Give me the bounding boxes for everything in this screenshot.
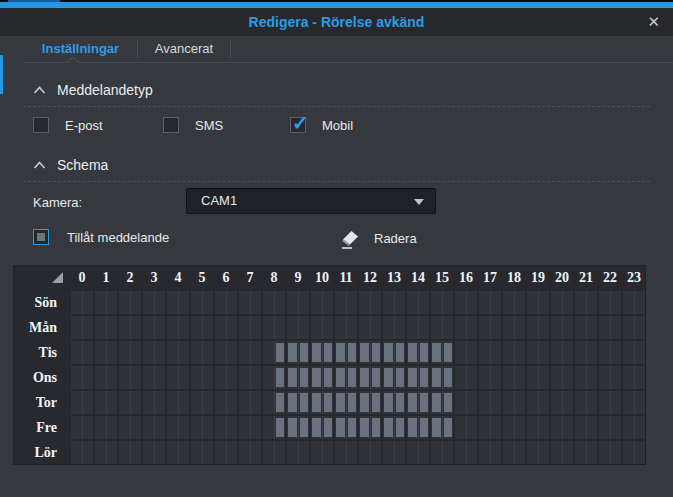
grid-hour-header[interactable]: 19	[527, 266, 549, 289]
schedule-cell[interactable]	[311, 391, 323, 414]
schedule-cell[interactable]	[407, 441, 419, 464]
grid-corner-cell[interactable]	[14, 266, 69, 289]
schedule-cell[interactable]	[551, 366, 563, 389]
schedule-cell[interactable]	[119, 316, 131, 339]
schedule-cell[interactable]	[539, 316, 550, 339]
schedule-cell[interactable]	[239, 391, 251, 414]
schedule-cell[interactable]	[299, 316, 310, 339]
schedule-cell[interactable]	[155, 416, 166, 439]
schedule-cell[interactable]	[419, 316, 430, 339]
schedule-cell[interactable]	[299, 341, 310, 364]
schedule-cell[interactable]	[119, 391, 131, 414]
schedule-cell[interactable]	[167, 391, 179, 414]
schedule-cell[interactable]	[179, 416, 190, 439]
schedule-cell[interactable]	[419, 441, 430, 464]
schedule-cell[interactable]	[179, 291, 190, 314]
schedule-cell[interactable]	[191, 291, 203, 314]
schedule-cell[interactable]	[347, 316, 358, 339]
schedule-cell[interactable]	[71, 316, 83, 339]
schedule-cell[interactable]	[95, 391, 107, 414]
schedule-cell[interactable]	[203, 291, 214, 314]
schedule-cell[interactable]	[287, 441, 299, 464]
schedule-cell[interactable]	[635, 366, 646, 389]
grid-hour-header[interactable]: 7	[239, 266, 261, 289]
schedule-cell[interactable]	[599, 341, 611, 364]
schedule-cell[interactable]	[515, 366, 526, 389]
schedule-cell[interactable]	[383, 366, 395, 389]
schedule-cell[interactable]	[179, 441, 190, 464]
schedule-cell[interactable]	[359, 341, 371, 364]
schedule-cell[interactable]	[155, 341, 166, 364]
schedule-cell[interactable]	[275, 316, 286, 339]
schedule-cell[interactable]	[623, 341, 635, 364]
schedule-cell[interactable]	[587, 441, 598, 464]
schedule-cell[interactable]	[635, 441, 646, 464]
schedule-cell[interactable]	[587, 291, 598, 314]
schedule-cell[interactable]	[95, 341, 107, 364]
schedule-cell[interactable]	[611, 391, 622, 414]
schedule-cell[interactable]	[539, 341, 550, 364]
schedule-cell[interactable]	[287, 341, 299, 364]
grid-hour-header[interactable]: 4	[167, 266, 189, 289]
schedule-cell[interactable]	[491, 416, 502, 439]
schedule-cell[interactable]	[83, 416, 94, 439]
schedule-cell[interactable]	[347, 391, 358, 414]
schedule-cell[interactable]	[407, 366, 419, 389]
grid-hour-header[interactable]: 1	[95, 266, 117, 289]
grid-hour-header[interactable]: 23	[623, 266, 645, 289]
schedule-cell[interactable]	[191, 391, 203, 414]
schedule-cell[interactable]	[419, 291, 430, 314]
schedule-cell[interactable]	[227, 366, 238, 389]
grid-hour-header[interactable]: 14	[407, 266, 429, 289]
schedule-cell[interactable]	[467, 341, 478, 364]
schedule-cell[interactable]	[539, 416, 550, 439]
schedule-cell[interactable]	[419, 366, 430, 389]
schedule-cell[interactable]	[131, 291, 142, 314]
schedule-cell[interactable]	[167, 441, 179, 464]
schedule-cell[interactable]	[527, 441, 539, 464]
schedule-cell[interactable]	[515, 291, 526, 314]
schedule-cell[interactable]	[275, 416, 286, 439]
grid-hour-header[interactable]: 12	[359, 266, 381, 289]
schedule-cell[interactable]	[599, 316, 611, 339]
schedule-cell[interactable]	[419, 391, 430, 414]
schedule-cell[interactable]	[107, 291, 118, 314]
section-header-message-type[interactable]: Meddelandetyp	[33, 82, 153, 98]
schedule-cell[interactable]	[395, 441, 406, 464]
sms-checkbox[interactable]	[163, 117, 179, 133]
schedule-cell[interactable]	[203, 416, 214, 439]
grid-day-label[interactable]: Lör	[14, 441, 69, 464]
schedule-cell[interactable]	[275, 291, 286, 314]
schedule-cell[interactable]	[563, 366, 574, 389]
schedule-cell[interactable]	[143, 441, 155, 464]
schedule-cell[interactable]	[491, 316, 502, 339]
grid-hour-header[interactable]: 0	[71, 266, 93, 289]
schedule-cell[interactable]	[83, 441, 94, 464]
schedule-cell[interactable]	[431, 316, 443, 339]
schedule-cell[interactable]	[479, 441, 491, 464]
schedule-cell[interactable]	[167, 341, 179, 364]
schedule-cell[interactable]	[503, 416, 515, 439]
schedule-cell[interactable]	[155, 316, 166, 339]
schedule-cell[interactable]	[251, 341, 262, 364]
schedule-cell[interactable]	[143, 416, 155, 439]
schedule-cell[interactable]	[407, 391, 419, 414]
schedule-cell[interactable]	[299, 416, 310, 439]
schedule-cell[interactable]	[611, 316, 622, 339]
schedule-cell[interactable]	[431, 391, 443, 414]
schedule-cell[interactable]	[551, 291, 563, 314]
schedule-cell[interactable]	[239, 441, 251, 464]
schedule-cell[interactable]	[287, 316, 299, 339]
schedule-cell[interactable]	[203, 316, 214, 339]
grid-day-label[interactable]: Tis	[14, 341, 69, 364]
schedule-cell[interactable]	[563, 441, 574, 464]
schedule-cell[interactable]	[371, 366, 382, 389]
schedule-cell[interactable]	[383, 441, 395, 464]
schedule-cell[interactable]	[179, 366, 190, 389]
grid-day-label[interactable]: Sön	[14, 291, 69, 314]
schedule-cell[interactable]	[155, 366, 166, 389]
schedule-cell[interactable]	[599, 366, 611, 389]
schedule-cell[interactable]	[623, 416, 635, 439]
schedule-cell[interactable]	[239, 291, 251, 314]
schedule-cell[interactable]	[299, 291, 310, 314]
